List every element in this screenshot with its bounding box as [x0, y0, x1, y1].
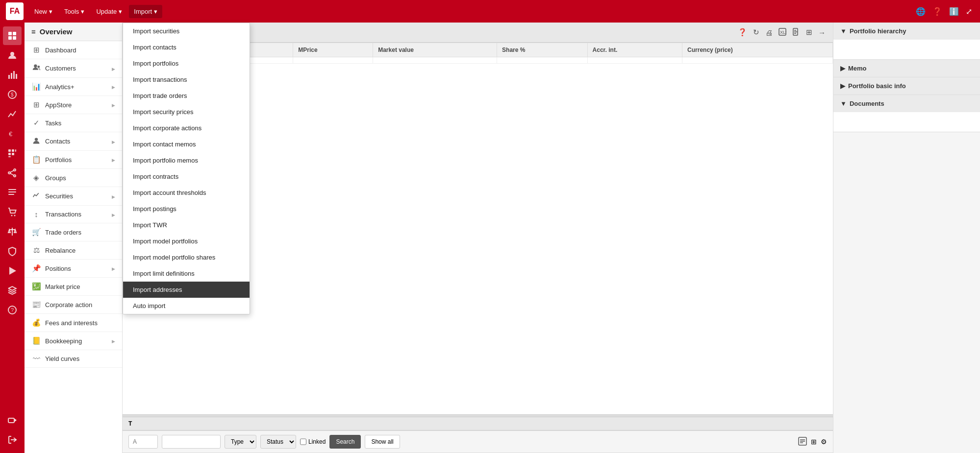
new-menu-btn[interactable]: New ▾ — [29, 5, 57, 18]
analyticsplus-arrow — [112, 84, 115, 90]
type-select[interactable]: Type — [225, 435, 256, 449]
nav-item-securities[interactable]: Securities — [25, 187, 122, 206]
nav-item-bookkeeping[interactable]: 📒 Bookkeeping — [25, 332, 122, 350]
export-csv-icon[interactable] — [791, 26, 802, 39]
portfolios-icon: 📋 — [31, 155, 41, 164]
menu-import-model-portfolio-shares[interactable]: Import model portfolio shares — [123, 249, 250, 265]
menu-import-limit-definitions[interactable]: Import limit definitions — [123, 265, 250, 282]
sidebar-icon-transactions[interactable] — [3, 183, 22, 202]
nav-item-contacts[interactable]: Contacts — [25, 132, 122, 151]
sidebar-icon-logout[interactable] — [3, 430, 22, 449]
nav-item-yield-curves[interactable]: 〰 Yield curves — [25, 350, 122, 368]
help-icon[interactable]: ❓ — [930, 5, 944, 18]
col-accr-int: Accr. int. — [587, 43, 682, 57]
menu-import-twr[interactable]: Import TWR — [123, 217, 250, 233]
col-currency-price: Currency (price) — [682, 43, 833, 57]
svg-rect-1 — [13, 32, 16, 35]
menu-auto-import[interactable]: Auto import — [123, 298, 250, 314]
info-icon[interactable]: ℹ️ — [947, 5, 961, 18]
status-select[interactable]: Status — [260, 435, 296, 449]
memo-arrow: ▶ — [840, 65, 845, 72]
nav-item-analyticsplus[interactable]: 📊 Analytics+ — [25, 78, 122, 96]
customers-arrow — [112, 66, 115, 72]
portfolio-hierarchy-header[interactable]: ▼ Portfolio hierarchy — [833, 23, 980, 40]
menu-import-model-portfolios[interactable]: Import model portfolios — [123, 233, 250, 249]
menu-import-contacts[interactable]: Import contacts — [123, 39, 250, 55]
nav-item-rebalance[interactable]: ⚖ Rebalance — [25, 241, 122, 260]
sidebar-icon-question[interactable]: ? — [3, 301, 22, 319]
menu-import-contact-memos[interactable]: Import contact memos — [123, 136, 250, 152]
nav-item-dashboard[interactable]: ⊞ Dashboard — [25, 41, 122, 59]
show-all-button[interactable]: Show all — [365, 435, 400, 449]
column-settings-icon[interactable]: ⚙ — [821, 438, 827, 446]
menu-import-postings[interactable]: Import postings — [123, 201, 250, 217]
nav-item-positions[interactable]: 📌 Positions — [25, 260, 122, 278]
sidebar-icon-money[interactable]: $ — [3, 85, 22, 104]
menu-import-addresses[interactable]: Import addresses — [123, 282, 250, 298]
sidebar-icon-share[interactable] — [3, 164, 22, 182]
sidebar-icon-analytics[interactable] — [3, 66, 22, 84]
documents-header[interactable]: ▼ Documents — [833, 95, 980, 112]
update-menu-btn[interactable]: Update ▾ — [91, 5, 127, 18]
navigate-icon[interactable]: → — [817, 27, 827, 38]
svg-rect-2 — [8, 36, 12, 40]
help-action-icon[interactable]: ❓ — [736, 26, 749, 38]
nav-item-appstore[interactable]: ⊞ AppStore — [25, 96, 122, 114]
export-transactions-icon[interactable] — [798, 437, 807, 447]
import-menu-btn[interactable]: Import ▾ — [129, 5, 162, 18]
nav-item-customers[interactable]: Customers — [25, 59, 122, 78]
menu-import-securities[interactable]: Import securities — [123, 23, 250, 39]
refresh-icon[interactable]: ↻ — [752, 26, 761, 38]
sidebar-icon-user[interactable] — [3, 46, 22, 65]
menu-import-corporate-actions[interactable]: Import corporate actions — [123, 120, 250, 136]
linked-checkbox[interactable] — [300, 435, 306, 449]
globe-icon[interactable]: 🌐 — [914, 5, 928, 18]
menu-import-portfolio-memos[interactable]: Import portfolio memos — [123, 152, 250, 168]
nav-item-groups[interactable]: ◈ Groups — [25, 169, 122, 187]
search-button[interactable]: Search — [329, 435, 361, 449]
menu-import-portfolios[interactable]: Import portfolios — [123, 55, 250, 72]
sidebar-icon-currency[interactable]: € — [3, 124, 22, 143]
sidebar-icon-overview[interactable] — [3, 26, 22, 45]
sidebar-icon-chart[interactable] — [3, 105, 22, 123]
filter-text-input[interactable] — [162, 435, 221, 449]
expand-icon[interactable]: ⤢ — [964, 5, 974, 18]
print-icon[interactable]: 🖨 — [764, 27, 774, 38]
svg-point-27 — [14, 215, 16, 216]
sidebar-icon-cart[interactable] — [3, 203, 22, 221]
svg-line-22 — [10, 173, 14, 175]
portfolio-basic-info-header[interactable]: ▶ Portfolio basic info — [833, 77, 980, 95]
nav-item-market-price[interactable]: 💹 Market price — [25, 278, 122, 296]
col-mprice: MPrice — [293, 43, 373, 57]
svg-line-21 — [10, 170, 14, 172]
nav-item-fees-interests[interactable]: 💰 Fees and interests — [25, 314, 122, 332]
menu-import-transactions[interactable]: Import transactions — [123, 72, 250, 88]
nav-item-portfolios[interactable]: 📋 Portfolios — [25, 151, 122, 169]
table-view-icon[interactable]: ⊞ — [811, 438, 817, 446]
menu-import-account-thresholds[interactable]: Import account thresholds — [123, 185, 250, 201]
sidebar-icon-scale[interactable] — [3, 222, 22, 241]
export-excel-icon[interactable]: XLS — [777, 26, 788, 39]
menu-import-contracts[interactable]: Import contracts — [123, 168, 250, 185]
nav-item-trade-orders[interactable]: 🛒 Trade orders — [25, 223, 122, 241]
sidebar-icon-shield[interactable] — [3, 242, 22, 261]
top-icon-group: 🌐 ❓ ℹ️ ⤢ — [914, 5, 974, 18]
transactions-arrow — [112, 212, 115, 217]
sidebar-icon-layers[interactable] — [3, 281, 22, 300]
sidebar-icon-tag[interactable] — [3, 411, 22, 429]
sidebar-icon-play[interactable] — [3, 262, 22, 280]
menu-import-security-prices[interactable]: Import security prices — [123, 104, 250, 120]
table-settings-icon[interactable]: ⊞ — [804, 26, 814, 38]
nav-item-tasks[interactable]: ✓ Tasks — [25, 114, 122, 132]
nav-item-transactions[interactable]: ↕ Transactions — [25, 206, 122, 223]
memo-header[interactable]: ▶ Memo — [833, 60, 980, 77]
menu-import-trade-orders[interactable]: Import trade orders — [123, 88, 250, 104]
yield-curves-icon: 〰 — [31, 355, 41, 363]
svg-rect-12 — [8, 149, 11, 152]
nav-item-corporate-action[interactable]: 📰 Corporate action — [25, 296, 122, 314]
filter-id-input[interactable] — [128, 435, 158, 449]
tools-menu-btn[interactable]: Tools ▾ — [59, 5, 89, 18]
app-logo: FA — [6, 2, 24, 20]
sidebar-icon-grid[interactable] — [3, 144, 22, 163]
svg-text:€: € — [9, 130, 13, 138]
